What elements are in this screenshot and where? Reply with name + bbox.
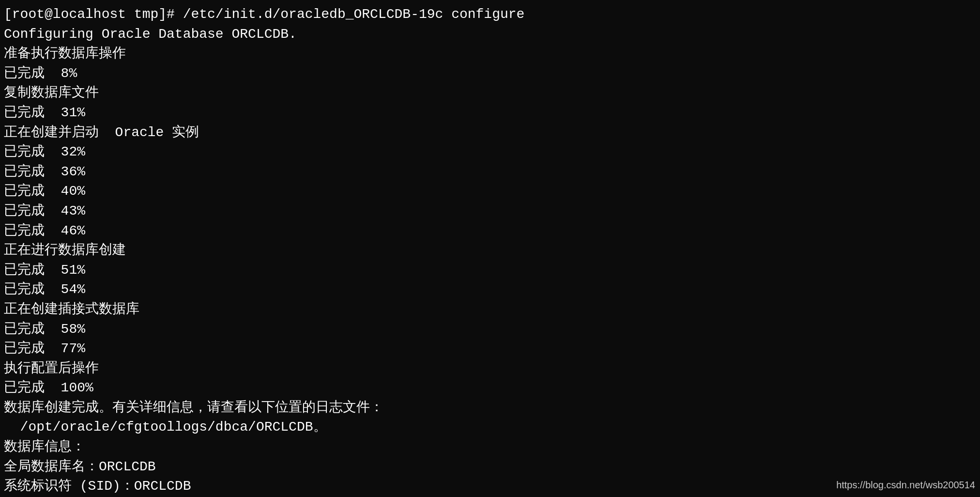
terminal-line: 已完成 31% bbox=[4, 103, 976, 123]
terminal-line: 已完成 77% bbox=[4, 339, 976, 359]
terminal-line: 正在创建并启动 Oracle 实例 bbox=[4, 123, 976, 143]
terminal-line: 已完成 54% bbox=[4, 280, 976, 300]
terminal-line: 已完成 43% bbox=[4, 202, 976, 221]
terminal-line: 已完成 8% bbox=[4, 64, 976, 84]
terminal-line: 已完成 100% bbox=[4, 378, 976, 398]
terminal-line: 已完成 32% bbox=[4, 142, 976, 162]
terminal-line: Configuring Oracle Database ORCLCDB. bbox=[4, 25, 976, 45]
terminal-line: 系统标识符 (SID)：ORCLCDB bbox=[4, 477, 976, 497]
terminal-line: /opt/oracle/cfgtoollogs/dbca/ORCLCDB。 bbox=[4, 418, 976, 437]
terminal-window: [root@localhost tmp]# /etc/init.d/oracle… bbox=[0, 0, 980, 497]
terminal-line: 正在创建插接式数据库 bbox=[4, 300, 976, 320]
terminal-line: 正在进行数据库创建 bbox=[4, 241, 976, 261]
terminal-line: 已完成 36% bbox=[4, 162, 976, 182]
terminal-line: 复制数据库文件 bbox=[4, 83, 976, 103]
terminal-line: 执行配置后操作 bbox=[4, 359, 976, 379]
terminal-output: [root@localhost tmp]# /etc/init.d/oracle… bbox=[4, 5, 976, 497]
terminal-line: 已完成 51% bbox=[4, 261, 976, 280]
terminal-line: 全局数据库名：ORCLCDB bbox=[4, 457, 976, 477]
watermark: https://blog.csdn.net/wsb200514 bbox=[836, 478, 975, 492]
terminal-line: 已完成 46% bbox=[4, 221, 976, 241]
terminal-line: 准备执行数据库操作 bbox=[4, 44, 976, 64]
terminal-line: 已完成 40% bbox=[4, 182, 976, 202]
terminal-line: 已完成 58% bbox=[4, 320, 976, 340]
terminal-line: [root@localhost tmp]# /etc/init.d/oracle… bbox=[4, 5, 976, 25]
terminal-line: 数据库信息： bbox=[4, 437, 976, 457]
terminal-line: 数据库创建完成。有关详细信息，请查看以下位置的日志文件： bbox=[4, 398, 976, 418]
